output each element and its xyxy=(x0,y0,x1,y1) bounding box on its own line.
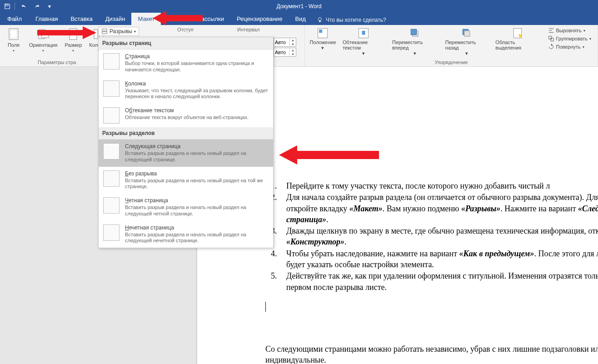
svg-rect-17 xyxy=(411,29,417,35)
page-break-icon xyxy=(103,53,120,70)
menu-item-column[interactable]: КолонкаУказывает, что текст, следующий з… xyxy=(99,77,273,104)
tab-review[interactable]: Рецензирование xyxy=(230,13,289,25)
wrap-text-button[interactable]: Обтекание текстом▾ xyxy=(340,26,388,57)
menu-item-next-page[interactable]: Следующая страницаВставить разрыв раздел… xyxy=(99,140,273,167)
tab-home[interactable]: Главная xyxy=(29,13,64,25)
svg-rect-15 xyxy=(362,31,365,35)
group-label-page-setup: Параметры стра xyxy=(38,60,76,66)
rotate-button[interactable]: Повернуть▾ xyxy=(546,43,593,50)
text-cursor xyxy=(265,302,598,312)
paragraph: Со следующими страницами можно работать … xyxy=(265,344,598,364)
position-icon xyxy=(316,27,329,40)
group-label-arrange: Упорядочение xyxy=(435,60,468,66)
svg-rect-22 xyxy=(551,38,553,41)
tell-me-text: Что вы хотите сделать? xyxy=(326,17,386,23)
bring-forward-button[interactable]: Переместить вперед▾ xyxy=(389,26,441,57)
svg-rect-13 xyxy=(319,30,323,33)
save-icon[interactable] xyxy=(2,1,13,12)
instruction-list: Перейдите к тому участку текста, после к… xyxy=(265,180,598,293)
annotation-arrow-top xyxy=(153,10,203,26)
selection-pane-button[interactable]: Область выделения xyxy=(493,26,542,57)
tab-file[interactable]: Файл xyxy=(0,13,29,25)
even-page-break-icon xyxy=(103,197,120,214)
next-page-break-icon xyxy=(103,143,120,160)
svg-marker-25 xyxy=(279,145,379,165)
menu-item-page[interactable]: СтраницаВыбор точки, в которой заканчива… xyxy=(99,50,273,77)
spin-down-icon[interactable]: ▼ xyxy=(290,42,296,46)
svg-rect-10 xyxy=(102,29,107,31)
qa-customize-icon[interactable]: ▾ xyxy=(44,1,55,12)
menu-section-section-breaks: Разрывы разделов xyxy=(99,127,273,140)
menu-item-odd-page[interactable]: Нечетная страницаВставить разрыв раздела… xyxy=(99,221,273,248)
svg-rect-11 xyxy=(102,32,107,34)
align-button[interactable]: Выровнять▾ xyxy=(546,27,593,34)
list-item: Перейдите к тому участку текста, после к… xyxy=(279,180,598,191)
align-icon xyxy=(548,27,554,34)
redo-icon[interactable] xyxy=(31,1,42,12)
forward-icon xyxy=(409,27,421,40)
breaks-icon xyxy=(101,28,108,35)
spacing-after-input[interactable]: ▲▼ xyxy=(274,48,296,57)
column-break-icon xyxy=(103,80,120,97)
backward-icon xyxy=(460,27,473,40)
svg-rect-2 xyxy=(319,21,321,22)
position-button[interactable]: Положение▾ xyxy=(308,26,338,57)
list-item: Для начала создайте разрыв раздела (он о… xyxy=(279,192,598,225)
rotate-icon xyxy=(548,44,554,50)
bulb-icon xyxy=(317,17,323,23)
svg-rect-0 xyxy=(6,5,8,6)
annotation-arrow-left xyxy=(37,26,96,40)
ribbon-tabs: Файл Главная Вставка Дизайн Макет Ски Ра… xyxy=(0,13,598,25)
menu-item-text-wrapping[interactable]: Обтекание текстомОбтекание текста вокруг… xyxy=(99,104,273,127)
group-icon xyxy=(548,35,554,42)
tab-design[interactable]: Дизайн xyxy=(99,13,132,25)
group-arrange: Положение▾ Обтекание текстом▾ Переместит… xyxy=(304,25,598,66)
menu-section-page-breaks: Разрывы страниц xyxy=(99,37,273,50)
svg-rect-3 xyxy=(9,29,18,40)
svg-marker-24 xyxy=(37,26,96,39)
list-item: Чтобы убрать наследование, нажмите на ва… xyxy=(279,248,598,270)
svg-point-1 xyxy=(318,18,321,21)
spacing-before-input[interactable]: ▲▼ xyxy=(274,38,296,47)
spin-up-icon[interactable]: ▲ xyxy=(290,48,296,52)
continuous-break-icon xyxy=(103,170,120,187)
spin-down-icon[interactable]: ▼ xyxy=(290,52,296,56)
odd-page-break-icon xyxy=(103,224,120,241)
margins-icon xyxy=(6,27,21,41)
send-backward-button[interactable]: Переместить назад▾ xyxy=(443,26,491,57)
document-canvas: Перейдите к тому участку текста, после к… xyxy=(0,67,598,364)
margins-button[interactable]: Поля▾ xyxy=(3,26,25,54)
selection-pane-icon xyxy=(511,27,524,40)
tab-insert[interactable]: Вставка xyxy=(64,13,99,25)
svg-rect-21 xyxy=(548,36,551,39)
wrap-icon xyxy=(357,27,370,40)
tab-view[interactable]: Вид xyxy=(289,13,312,25)
menu-item-even-page[interactable]: Четная страницаВставить разрыв раздела и… xyxy=(99,194,273,221)
list-item: Дважды щелкнув по экрану в месте, где об… xyxy=(279,225,598,248)
title-bar: ▾ Документ1 - Word xyxy=(0,0,598,13)
list-item: Действуйте так же, как при удалении офор… xyxy=(279,270,598,293)
svg-marker-23 xyxy=(153,11,203,25)
breaks-dropdown-menu: Разрывы страниц СтраницаВыбор точки, в к… xyxy=(98,37,274,248)
annotation-arrow-menu xyxy=(279,145,379,165)
spacing-label: Интервал xyxy=(237,27,259,32)
window-title: Документ1 - Word xyxy=(276,3,321,10)
menu-item-continuous[interactable]: Без разрываВставить разрыв раздела и нач… xyxy=(99,167,273,194)
spin-up-icon[interactable]: ▲ xyxy=(290,38,296,42)
group-button[interactable]: Группировать▾ xyxy=(546,35,593,42)
svg-rect-19 xyxy=(464,31,470,36)
undo-icon[interactable] xyxy=(19,1,30,12)
indent-label: Отступ xyxy=(177,27,194,32)
wrap-break-icon xyxy=(103,107,120,124)
tell-me-search[interactable]: Что вы хотите сделать? xyxy=(312,15,391,25)
breaks-button[interactable]: Разрывы ▾ xyxy=(98,27,139,36)
